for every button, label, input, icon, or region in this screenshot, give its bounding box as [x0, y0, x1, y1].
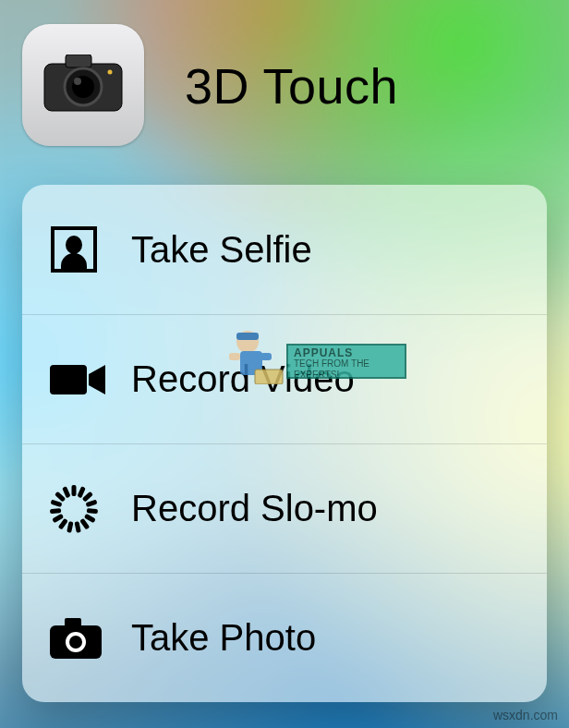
quick-actions-menu: Take Selfie Record Video — [22, 185, 547, 702]
menu-item-take-selfie[interactable]: Take Selfie — [22, 185, 547, 314]
menu-item-label: Take Selfie — [131, 229, 312, 271]
video-camera-icon — [48, 359, 131, 400]
svg-point-26 — [69, 636, 82, 649]
svg-rect-20 — [50, 499, 62, 506]
menu-item-label: Take Photo — [131, 617, 316, 659]
svg-rect-15 — [74, 521, 80, 533]
selfie-portrait-icon — [48, 224, 131, 275]
svg-rect-7 — [50, 365, 87, 394]
watermark-site: wsxdn.com — [493, 708, 558, 722]
svg-rect-21 — [54, 491, 66, 502]
menu-item-record-video[interactable]: Record Video — [22, 314, 547, 443]
menu-item-take-photo[interactable]: Take Photo — [22, 573, 547, 702]
svg-point-4 — [74, 78, 81, 85]
menu-item-label: Record Slo-mo — [131, 488, 378, 529]
camera-app-icon[interactable] — [22, 24, 144, 146]
svg-rect-16 — [67, 521, 73, 533]
page-title: 3D Touch — [185, 57, 398, 115]
camera-app-glyph-icon — [43, 55, 123, 115]
svg-rect-19 — [50, 507, 61, 513]
svg-rect-1 — [66, 55, 91, 67]
svg-rect-11 — [86, 499, 98, 506]
svg-point-5 — [108, 70, 113, 75]
svg-rect-24 — [65, 618, 81, 629]
svg-rect-12 — [87, 507, 98, 513]
menu-item-record-slomo[interactable]: Record Slo-mo — [22, 443, 547, 573]
slomo-spinner-icon — [48, 483, 131, 535]
svg-rect-9 — [77, 486, 85, 498]
menu-item-label: Record Video — [131, 358, 355, 400]
svg-rect-22 — [62, 486, 70, 498]
camera-icon — [48, 616, 131, 661]
svg-rect-10 — [82, 491, 93, 502]
svg-rect-8 — [72, 485, 77, 496]
